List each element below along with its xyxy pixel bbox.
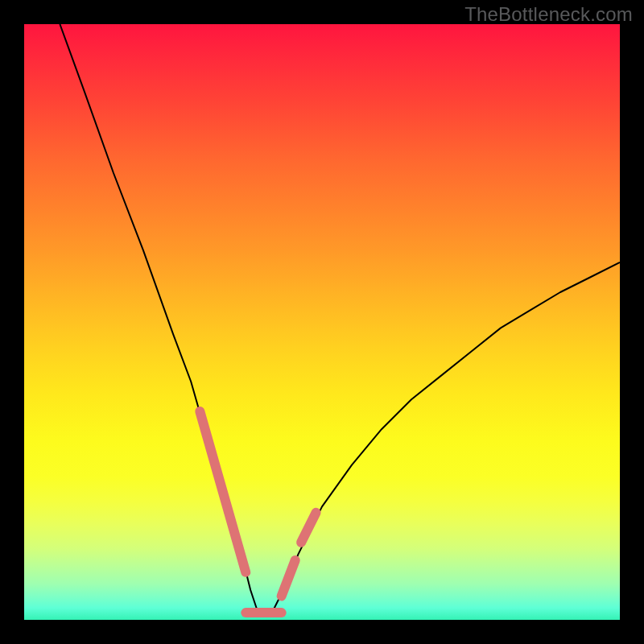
plot-area	[24, 24, 620, 620]
bottleneck-curve	[24, 24, 620, 620]
chart-frame: TheBottleneck.com	[0, 0, 644, 644]
watermark-text: TheBottleneck.com	[464, 3, 633, 26]
